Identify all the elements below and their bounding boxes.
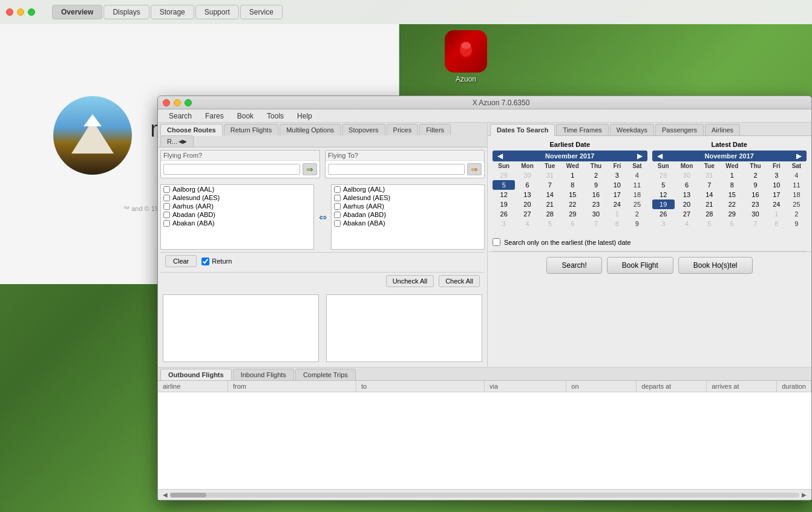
cal-day[interactable]: 19 (652, 199, 675, 209)
cal-day[interactable]: 8 (560, 180, 585, 190)
cal-day[interactable]: 4 (627, 170, 647, 180)
cal-day[interactable]: 29 (719, 209, 744, 219)
tab-displays[interactable]: Displays (103, 5, 149, 19)
tab-support[interactable]: Support (195, 5, 239, 19)
cal-day[interactable]: 5 (540, 219, 560, 228)
cal-day[interactable]: 8 (767, 219, 787, 228)
cal-day[interactable]: 25 (627, 199, 647, 209)
cal-day[interactable]: 4 (515, 219, 539, 228)
cal-day[interactable]: 22 (560, 199, 585, 209)
cal-day[interactable]: 30 (585, 209, 607, 219)
cal-day[interactable]: 14 (540, 190, 560, 199)
tab-service[interactable]: Service (240, 5, 283, 19)
airport-item[interactable]: Aalesund (AES) (161, 193, 313, 202)
cal-day[interactable]: 18 (627, 190, 647, 199)
to-airport-list[interactable]: Aalborg (AAL) Aalesund (AES) Aarhus (AAR… (331, 184, 485, 250)
cal-day[interactable]: 29 (652, 170, 675, 180)
h-scroll-track[interactable] (170, 493, 799, 497)
cal-day[interactable]: 7 (744, 219, 767, 228)
cal-day[interactable]: 7 (699, 180, 719, 190)
cal-day[interactable]: 10 (767, 180, 787, 190)
airport-item[interactable]: Aalesund (AES) (332, 193, 484, 202)
menu-fares[interactable]: Fares (199, 111, 230, 122)
earliest-next-month[interactable]: ▶ (635, 152, 645, 160)
cal-day[interactable]: 4 (675, 219, 699, 228)
cal-day[interactable]: 15 (719, 190, 744, 199)
cal-day[interactable]: 15 (560, 190, 585, 199)
maximize-button-macos[interactable] (28, 8, 35, 16)
cal-day[interactable]: 6 (719, 219, 744, 228)
cal-day[interactable]: 1 (560, 170, 585, 180)
cal-day[interactable]: 1 (607, 209, 627, 219)
cal-day[interactable]: 3 (652, 219, 675, 228)
clear-button[interactable]: Clear (165, 255, 197, 267)
cal-day[interactable]: 5 (699, 219, 719, 228)
uncheck-all-button[interactable]: Uncheck All (386, 275, 434, 287)
flying-from-arrow[interactable]: ⇒ (303, 163, 317, 175)
cal-day[interactable]: 21 (540, 199, 560, 209)
airport-item[interactable]: Aarhus (AAR) (332, 202, 484, 210)
tab-outbound-flights[interactable]: Outbound Flights (160, 369, 232, 380)
search-only-checkbox[interactable] (493, 238, 500, 246)
cal-day[interactable]: 27 (675, 209, 699, 219)
minimize-button-macos[interactable] (17, 8, 24, 16)
window-maximize[interactable] (185, 99, 192, 106)
tab-weekdays[interactable]: Weekdays (610, 124, 654, 135)
tab-storage[interactable]: Storage (151, 5, 194, 19)
cal-day[interactable]: 28 (699, 209, 719, 219)
cal-day[interactable]: 12 (493, 190, 515, 199)
cal-day[interactable]: 29 (560, 209, 585, 219)
cal-day[interactable]: 26 (652, 209, 675, 219)
flying-to-arrow[interactable]: ⇒ (467, 163, 482, 175)
cal-day[interactable]: 1 (767, 209, 787, 219)
cal-day[interactable]: 17 (607, 190, 627, 199)
cal-day[interactable]: 6 (675, 180, 699, 190)
cal-day[interactable]: 29 (493, 170, 515, 180)
tab-choose-routes[interactable]: Choose Routes (160, 124, 223, 136)
airport-item[interactable]: Abadan (ABD) (332, 210, 484, 219)
tab-more[interactable]: R... ◀▶ (160, 135, 194, 147)
cal-day[interactable]: 23 (585, 199, 607, 209)
tab-complete-trips[interactable]: Complete Trips (295, 369, 356, 380)
cal-day[interactable]: 31 (540, 170, 560, 180)
cal-day[interactable]: 13 (515, 190, 539, 199)
cal-day[interactable]: 9 (627, 219, 647, 228)
cal-day[interactable]: 31 (699, 170, 719, 180)
from-airport-list[interactable]: Aalborg (AAL) Aalesund (AES) Aarhus (AAR… (160, 184, 314, 250)
menu-help[interactable]: Help (291, 111, 318, 122)
cal-day[interactable]: 8 (607, 219, 627, 228)
wineskin-icon[interactable]: Azuon (436, 30, 496, 83)
cal-day[interactable]: 23 (744, 199, 767, 209)
menu-book[interactable]: Book (231, 111, 260, 122)
cal-day[interactable]: 30 (744, 209, 767, 219)
cal-day[interactable]: 16 (585, 190, 607, 199)
earliest-prev-month[interactable]: ◀ (495, 152, 505, 160)
scroll-right-arrow[interactable]: ▶ (799, 491, 809, 498)
tab-overview[interactable]: Overview (52, 5, 102, 19)
swap-button[interactable]: ⇔ (316, 212, 329, 223)
flying-to-input[interactable] (328, 164, 465, 175)
flying-from-input[interactable] (163, 164, 300, 175)
cal-day[interactable]: 8 (719, 180, 744, 190)
cal-day[interactable]: 3 (607, 170, 627, 180)
cal-day[interactable]: 9 (585, 180, 607, 190)
cal-day[interactable]: 26 (493, 209, 515, 219)
flight-table-body[interactable] (158, 392, 811, 489)
h-scroll-thumb[interactable] (170, 493, 206, 497)
cal-day[interactable]: 10 (607, 180, 627, 190)
check-all-button[interactable]: Check All (439, 275, 480, 287)
cal-day[interactable]: 21 (699, 199, 719, 209)
cal-day[interactable]: 20 (675, 199, 699, 209)
airport-item[interactable]: Aalborg (AAL) (332, 185, 484, 193)
cal-day[interactable]: 12 (652, 190, 675, 199)
window-close[interactable] (163, 99, 170, 106)
cal-day[interactable]: 20 (515, 199, 539, 209)
cal-day[interactable]: 6 (560, 219, 585, 228)
cal-day[interactable]: 19 (493, 199, 515, 209)
cal-day[interactable]: 9 (744, 180, 767, 190)
book-flight-button[interactable]: Book Flight (607, 257, 673, 274)
menu-search[interactable]: Search (163, 111, 198, 122)
tab-inbound-flights[interactable]: Inbound Flights (233, 369, 294, 380)
cal-day[interactable]: 14 (699, 190, 719, 199)
cal-day[interactable]: 25 (787, 199, 807, 209)
